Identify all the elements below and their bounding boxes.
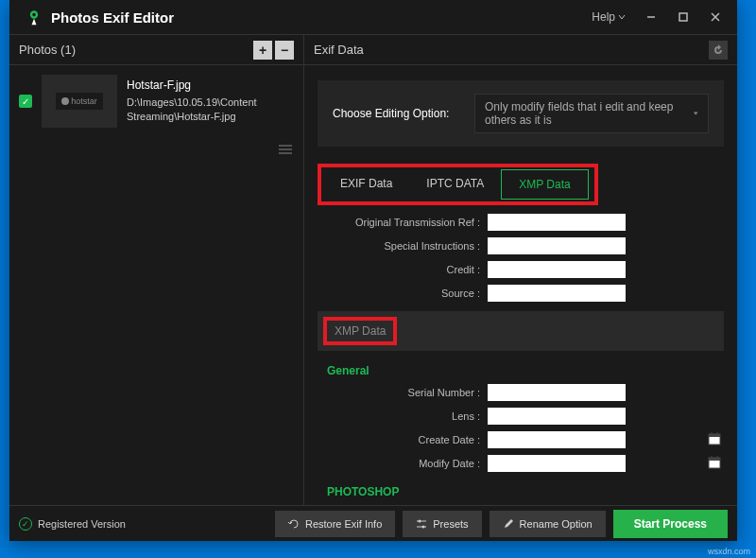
editing-option-row: Choose Editing Option: Only modify field… — [318, 80, 724, 147]
field-row: Special Instructions : — [318, 236, 724, 254]
rename-option-button[interactable]: Rename Option — [490, 511, 606, 537]
calendar-icon[interactable] — [708, 432, 721, 449]
photos-panel: Photos (1) + − ✓ hotstar Hotstar-F.jpg D… — [9, 35, 304, 505]
calendar-icon[interactable] — [708, 456, 721, 473]
svg-point-20 — [422, 525, 425, 528]
footer-bar: ✓ Registered Version Restore Exif Info P… — [9, 505, 737, 541]
refresh-button[interactable] — [709, 41, 728, 60]
photo-list-item[interactable]: ✓ hotstar Hotstar-F.jpg D:\Images\10.05.… — [9, 65, 303, 137]
field-label: Modify Date : — [318, 458, 488, 469]
field-label: Special Instructions : — [318, 240, 488, 252]
close-button[interactable] — [701, 3, 730, 31]
restore-exif-button[interactable]: Restore Exif Info — [275, 511, 395, 537]
field-label: Original Transmission Ref : — [318, 217, 488, 228]
data-tabs: EXIF Data IPTC DATA XMP Data — [318, 164, 598, 205]
presets-button[interactable]: Presets — [403, 511, 481, 537]
chevron-down-icon — [693, 110, 698, 117]
registered-status: ✓ Registered Version — [19, 517, 267, 531]
field-row: Modify Date : — [318, 454, 724, 472]
field-input[interactable] — [488, 285, 626, 302]
field-label: Lens : — [318, 410, 488, 422]
photos-count-label: Photos (1) — [19, 43, 76, 57]
minimize-button[interactable] — [637, 3, 665, 31]
photo-filename: Hotstar-F.jpg — [127, 78, 294, 94]
photo-checkbox[interactable]: ✓ — [19, 95, 32, 108]
titlebar: Photos Exif Editor Help — [9, 0, 737, 34]
help-menu[interactable]: Help — [584, 7, 633, 27]
tab-xmp-data[interactable]: XMP Data — [501, 169, 588, 200]
field-input[interactable] — [488, 408, 626, 425]
field-input[interactable] — [488, 261, 626, 278]
field-label: Serial Number : — [318, 387, 488, 398]
remove-photo-button[interactable]: − — [275, 41, 294, 60]
content-area: Photos (1) + − ✓ hotstar Hotstar-F.jpg D… — [9, 34, 737, 505]
svg-point-18 — [419, 519, 421, 522]
restore-icon — [288, 518, 300, 530]
general-section-title: General — [327, 364, 724, 377]
field-label: Credit : — [318, 264, 488, 275]
field-input[interactable] — [488, 431, 626, 448]
check-circle-icon: ✓ — [19, 517, 32, 531]
field-row: Original Transmission Ref : — [318, 213, 724, 231]
app-logo-icon — [25, 8, 43, 26]
exif-panel-header: Exif Data — [304, 35, 737, 65]
editing-option-label: Choose Editing Option: — [333, 107, 474, 120]
field-label: Source : — [318, 288, 488, 299]
tab-iptc-data[interactable]: IPTC DATA — [409, 169, 501, 200]
watermark: wsxdn.com — [708, 547, 750, 556]
field-row: Source : — [318, 284, 724, 302]
photos-panel-header: Photos (1) + − — [9, 35, 303, 65]
photo-meta: Hotstar-F.jpg D:\Images\10.05.19\Content… — [127, 78, 294, 125]
app-title: Photos Exif Editor — [51, 9, 584, 26]
svg-rect-14 — [709, 458, 720, 461]
xmp-section-header: XMP Data — [318, 311, 724, 351]
field-input[interactable] — [488, 384, 626, 401]
start-process-button[interactable]: Start Process — [613, 510, 728, 538]
field-label: Create Date : — [318, 434, 488, 445]
field-row: Credit : — [318, 260, 724, 278]
app-window: Photos Exif Editor Help Photos (1) + − ✓… — [9, 0, 737, 541]
pencil-icon — [503, 518, 514, 530]
field-row: Lens : — [318, 407, 724, 425]
photo-thumbnail: hotstar — [42, 75, 117, 128]
chevron-down-icon — [618, 13, 626, 21]
list-view-icon[interactable] — [279, 145, 292, 154]
exif-panel: Exif Data Choose Editing Option: Only mo… — [304, 35, 737, 505]
editing-option-dropdown[interactable]: Only modify fields that i edit and keep … — [474, 94, 709, 133]
photo-path: D:\Images\10.05.19\Content Streaming\Hot… — [127, 96, 294, 125]
svg-point-1 — [32, 13, 35, 16]
exif-scroll-area[interactable]: Choose Editing Option: Only modify field… — [304, 65, 737, 505]
sliders-icon — [416, 518, 427, 530]
tab-exif-data[interactable]: EXIF Data — [323, 169, 409, 200]
field-input[interactable] — [488, 237, 626, 254]
field-input[interactable] — [488, 455, 626, 472]
add-photo-button[interactable]: + — [253, 41, 272, 60]
photoshop-section-title: PHOTOSHOP — [327, 485, 724, 498]
exif-panel-title: Exif Data — [314, 43, 364, 57]
field-row: Create Date : — [318, 430, 724, 448]
field-input[interactable] — [488, 214, 626, 231]
field-row: Serial Number : — [318, 383, 724, 401]
maximize-button[interactable] — [669, 3, 697, 31]
svg-rect-10 — [709, 434, 720, 437]
svg-rect-3 — [679, 13, 687, 21]
